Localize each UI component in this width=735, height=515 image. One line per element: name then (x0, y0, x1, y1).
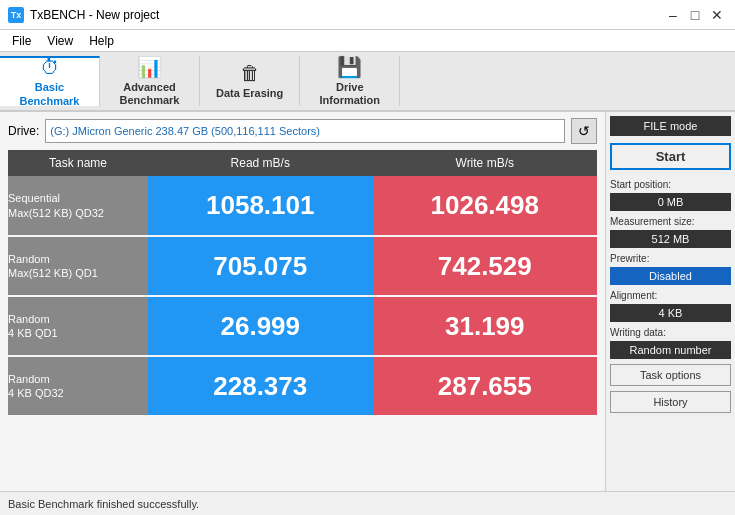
status-message: Basic Benchmark finished successfully. (8, 498, 199, 510)
writing-data-label: Writing data: (610, 327, 731, 338)
left-panel: Drive: (G:) JMicron Generic 238.47 GB (5… (0, 112, 605, 491)
right-panel: FILE mode Start Start position: 0 MB Mea… (605, 112, 735, 491)
toolbar-data-erasing[interactable]: 🗑 Data Erasing (200, 56, 300, 106)
table-row: Random4 KB QD1 26.999 31.199 (8, 296, 597, 356)
row-read-rand512: 705.075 (148, 236, 373, 296)
row-read-rand4kqd32: 228.373 (148, 356, 373, 416)
data-erasing-icon: 🗑 (240, 62, 260, 85)
row-write-rand4kqd32: 287.655 (373, 356, 598, 416)
toolbar-drive-information[interactable]: 💾 DriveInformation (300, 56, 400, 106)
prewrite-value: Disabled (610, 267, 731, 285)
main-area: Drive: (G:) JMicron Generic 238.47 GB (5… (0, 112, 735, 491)
toolbar-basic-benchmark[interactable]: ⏱ BasicBenchmark (0, 56, 100, 106)
alignment-value: 4 KB (610, 304, 731, 322)
start-position-value: 0 MB (610, 193, 731, 211)
prewrite-label: Prewrite: (610, 253, 731, 264)
row-write-rand4k: 31.199 (373, 296, 598, 356)
basic-benchmark-label: BasicBenchmark (20, 81, 80, 107)
title-bar: Tx TxBENCH - New project – □ ✕ (0, 0, 735, 30)
drive-information-label: DriveInformation (320, 81, 381, 107)
row-label-rand4kqd32: Random4 KB QD32 (8, 356, 148, 416)
window-title: TxBENCH - New project (30, 8, 159, 22)
alignment-label: Alignment: (610, 290, 731, 301)
menu-view[interactable]: View (39, 32, 81, 50)
drive-refresh-button[interactable]: ↺ (571, 118, 597, 144)
toolbar: ⏱ BasicBenchmark 📊 AdvancedBenchmark 🗑 D… (0, 52, 735, 112)
row-label-rand512: RandomMax(512 KB) QD1 (8, 236, 148, 296)
writing-data-value: Random number (610, 341, 731, 359)
measurement-size-value: 512 MB (610, 230, 731, 248)
file-mode-button[interactable]: FILE mode (610, 116, 731, 136)
row-write-rand512: 742.529 (373, 236, 598, 296)
table-row: SequentialMax(512 KB) QD32 1058.101 1026… (8, 176, 597, 236)
col-task-name: Task name (8, 150, 148, 176)
toolbar-advanced-benchmark[interactable]: 📊 AdvancedBenchmark (100, 56, 200, 106)
advanced-benchmark-label: AdvancedBenchmark (120, 81, 180, 107)
minimize-button[interactable]: – (663, 5, 683, 25)
menu-bar: File View Help (0, 30, 735, 52)
drive-select[interactable]: (G:) JMicron Generic 238.47 GB (500,116,… (45, 119, 565, 143)
title-bar-left: Tx TxBENCH - New project (8, 7, 159, 23)
benchmark-table: Task name Read mB/s Write mB/s Sequentia… (8, 150, 597, 417)
row-label-seq: SequentialMax(512 KB) QD32 (8, 176, 148, 236)
title-bar-controls: – □ ✕ (663, 5, 727, 25)
row-read-seq: 1058.101 (148, 176, 373, 236)
task-options-button[interactable]: Task options (610, 364, 731, 386)
app-icon: Tx (8, 7, 24, 23)
start-button[interactable]: Start (610, 143, 731, 170)
measurement-size-label: Measurement size: (610, 216, 731, 227)
advanced-benchmark-icon: 📊 (137, 55, 162, 79)
history-button[interactable]: History (610, 391, 731, 413)
menu-help[interactable]: Help (81, 32, 122, 50)
col-read: Read mB/s (148, 150, 373, 176)
drive-information-icon: 💾 (337, 55, 362, 79)
basic-benchmark-icon: ⏱ (40, 56, 60, 79)
table-row: RandomMax(512 KB) QD1 705.075 742.529 (8, 236, 597, 296)
row-write-seq: 1026.498 (373, 176, 598, 236)
drive-label: Drive: (8, 124, 39, 138)
data-erasing-label: Data Erasing (216, 87, 283, 100)
table-row: Random4 KB QD32 228.373 287.655 (8, 356, 597, 416)
menu-file[interactable]: File (4, 32, 39, 50)
maximize-button[interactable]: □ (685, 5, 705, 25)
status-bar: Basic Benchmark finished successfully. (0, 491, 735, 515)
close-button[interactable]: ✕ (707, 5, 727, 25)
drive-select-wrapper: (G:) JMicron Generic 238.47 GB (500,116,… (45, 119, 565, 143)
start-position-label: Start position: (610, 179, 731, 190)
col-write: Write mB/s (373, 150, 598, 176)
row-label-rand4k: Random4 KB QD1 (8, 296, 148, 356)
row-read-rand4k: 26.999 (148, 296, 373, 356)
drive-row: Drive: (G:) JMicron Generic 238.47 GB (5… (8, 118, 597, 144)
